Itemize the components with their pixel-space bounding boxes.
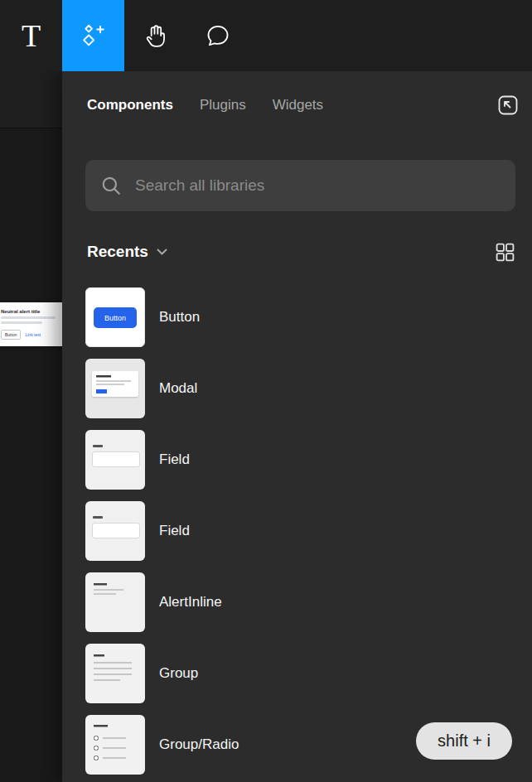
canvas-card-title: Neutral alert title — [1, 309, 60, 314]
canvas-card-textline — [1, 316, 56, 319]
component-item-label: AlertInline — [159, 594, 222, 611]
component-item-button[interactable]: ButtonButton — [85, 287, 515, 347]
component-thumbnail[interactable]: Button — [85, 287, 145, 347]
top-toolbar: T — [0, 0, 532, 71]
thumbnail-button-chip: Button — [94, 307, 137, 328]
insert-component-icon — [80, 22, 107, 49]
assets-panel: Components Plugins Widgets Recents — [62, 71, 532, 782]
component-thumbnail[interactable] — [85, 501, 145, 561]
hand-tool-button[interactable] — [124, 0, 186, 71]
hand-icon — [143, 22, 169, 49]
recents-header: Recents — [87, 241, 515, 263]
canvas-area[interactable]: Neutral alert title Button Link text — [0, 71, 62, 782]
component-item-label: Group — [159, 665, 198, 682]
component-item-alertinline[interactable]: AlertInline — [85, 572, 515, 632]
comment-bubble-icon — [205, 22, 231, 49]
component-item-label: Field — [159, 523, 190, 539]
chevron-down-icon — [157, 249, 167, 256]
grid-view-button[interactable] — [495, 242, 515, 263]
canvas-card-textline — [1, 321, 42, 324]
shortcut-hint-pill: shift + i — [416, 722, 512, 760]
tab-widgets[interactable]: Widgets — [273, 97, 323, 113]
text-tool-button[interactable]: T — [0, 0, 62, 71]
component-thumbnail[interactable] — [85, 430, 145, 490]
search-icon — [100, 175, 122, 196]
assets-tool-button[interactable] — [62, 0, 124, 71]
component-item-label: Modal — [159, 380, 197, 397]
component-thumbnail[interactable] — [85, 715, 145, 775]
comment-tool-button[interactable] — [186, 0, 249, 71]
open-in-window-icon — [496, 93, 520, 118]
component-item-modal[interactable]: Modal — [85, 359, 515, 418]
component-item-field[interactable]: Field — [85, 430, 515, 490]
component-thumbnail[interactable] — [85, 359, 145, 418]
text-tool-icon: T — [22, 20, 41, 51]
tab-plugins[interactable]: Plugins — [200, 97, 246, 113]
canvas-alert-card[interactable]: Neutral alert title Button Link text — [0, 302, 65, 346]
component-item-field[interactable]: Field — [85, 501, 515, 561]
canvas-top-strip — [0, 71, 62, 128]
component-item-group[interactable]: Group — [85, 644, 515, 703]
component-item-label: Group/Radio — [159, 736, 239, 753]
canvas-card-button: Button — [1, 330, 21, 340]
panel-tabs: Components Plugins Widgets — [87, 91, 522, 119]
tab-components[interactable]: Components — [87, 97, 173, 113]
canvas-card-link: Link text — [25, 332, 41, 337]
recents-title: Recents — [87, 243, 148, 261]
recents-dropdown-toggle[interactable]: Recents — [87, 243, 167, 261]
grid-view-icon — [495, 242, 515, 263]
canvas-card-actions: Button Link text — [1, 330, 60, 340]
search-input[interactable] — [135, 176, 501, 195]
component-item-label: Field — [159, 451, 190, 468]
component-item-label: Button — [159, 309, 200, 326]
open-panel-button[interactable] — [494, 91, 522, 119]
component-thumbnail[interactable] — [85, 572, 145, 632]
search-bar[interactable] — [85, 160, 515, 211]
components-list: ButtonButtonModalFieldFieldAlertInlineGr… — [85, 287, 515, 775]
component-thumbnail[interactable] — [85, 644, 145, 703]
